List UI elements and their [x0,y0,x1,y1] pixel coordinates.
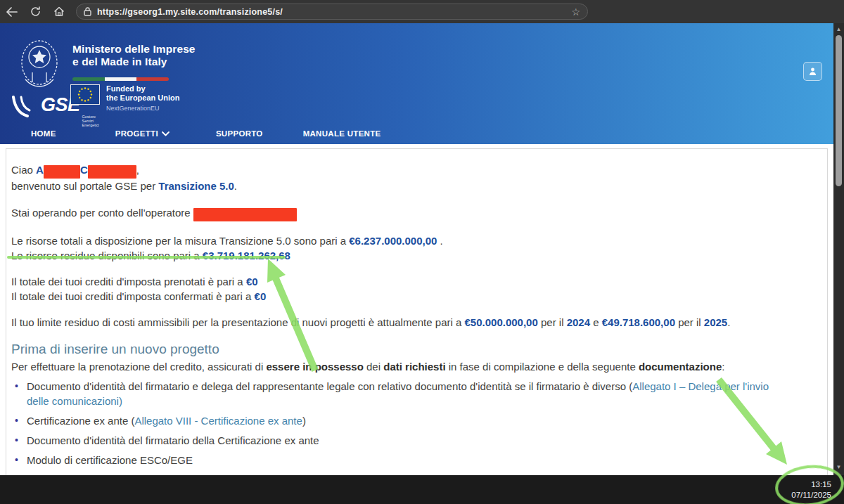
text-segment: e [590,316,602,328]
text-segment: €6.237.000.000,00 [349,235,437,247]
greeting-line: Ciao A C , [11,162,784,179]
italy-flag-bar [72,77,169,81]
lock-icon[interactable] [84,7,91,16]
text-segment: , [136,164,139,176]
inline-link[interactable]: Allegato VIII - Certificazione ex ante [134,415,302,427]
browser-toolbar: https://gseorg1.my.site.com/transizione5… [0,0,844,23]
nextgeneu-text: NextGenerationEU [106,104,180,113]
italy-emblem-logo [15,36,63,96]
page-scrollbar[interactable]: ▲ ▼ [833,23,844,475]
text-segment: 2025 [704,316,727,328]
text-segment: : [722,361,724,373]
home-icon[interactable] [52,5,66,19]
eu-funding-logo: Funded by the European Union NextGenerat… [70,84,180,113]
resources-residual-line: Le risorse residue disponibili sono pari… [11,248,784,263]
text-segment: Modulo di certificazione ESCo/EGE [27,454,193,466]
text-segment: ) [302,415,306,427]
refresh-icon[interactable] [28,5,42,19]
text-segment: per il [538,316,567,328]
url-text[interactable]: https://gseorg1.my.site.com/transizione5… [97,7,565,17]
text-segment: Per effettuare la prenotazione del credi… [11,361,266,373]
redaction-box [193,208,297,221]
text-segment: essere in possesso [266,361,363,373]
text-segment: . [234,180,237,192]
text-segment: €3.719.181.262,68 [203,250,290,261]
text-segment: dati richiesti [383,361,445,373]
text-segment: Stai operando per conto dell'operatore [11,207,193,219]
text-segment: per il [675,316,704,328]
welcome-line: benvenuto sul portale GSE per Transizion… [11,179,784,193]
credits-booked-line: Il totale dei tuoi crediti d'imposta pre… [11,274,784,289]
portal-header: Ministero delle Imprese e del Made in It… [0,23,844,144]
eu-flag-icon [70,84,100,105]
taskbar: 13:15 07/11/2025 [0,475,844,504]
back-icon[interactable] [4,5,18,19]
gse-swoosh-icon [11,96,39,119]
address-bar[interactable]: https://gseorg1.my.site.com/transizione5… [76,4,588,20]
list-item: Certificazione ex ante (Allegato VIII - … [11,413,784,428]
profile-button[interactable] [803,62,822,81]
ministry-title: Ministero delle Imprese e del Made in It… [72,43,196,68]
text-segment: Documento d'identità del firmatario dell… [27,434,319,446]
text-segment: Il totale dei tuoi crediti d'imposta pre… [11,276,246,287]
credits-confirmed-line: Il totale dei tuoi crediti d'imposta con… [11,289,784,304]
text-segment: Le risorse residue disponibili sono pari… [11,250,203,261]
main-content-card: Ciao A C , benvenuto sul portale GSE per… [6,148,828,504]
text-segment: €0 [246,276,258,287]
bookmark-star-icon[interactable]: ☆ [571,7,580,17]
list-item: Documento d'identità del firmatario dell… [11,433,784,448]
text-segment: Documento d'identità del firmatario e de… [27,380,632,392]
text-segment: dei [364,361,383,373]
main-nav: HOME PROGETTI SUPPORTO MANUALE UTENTE [0,123,844,144]
taskbar-clock[interactable]: 13:15 07/11/2025 [791,479,831,500]
text-segment: Transizione 5.0 [158,180,234,192]
nav-item-supporto[interactable]: SUPPORTO [216,129,263,138]
text-segment: . [437,235,442,247]
nav-item-manuale-utente[interactable]: MANUALE UTENTE [303,129,381,138]
scroll-down-icon[interactable]: ▼ [833,463,844,472]
nav-item-home[interactable]: HOME [31,129,56,138]
operator-line: Stai operando per conto dell'operatore [11,205,784,221]
nav-item-progetti[interactable]: PROGETTI [115,129,170,138]
text-segment: . [727,316,730,328]
text-segment: benvenuto sul portale GSE per [11,180,158,192]
resources-total-line: Le risorse totali a disposizione per la … [11,233,784,248]
clock-time: 13:15 [791,479,831,490]
chevron-down-icon [162,131,170,136]
text-segment: €0 [255,290,267,302]
text-segment: Certificazione ex ante ( [27,415,134,427]
user-icon [808,67,817,76]
scrollbar-thumb[interactable] [836,35,842,186]
scroll-up-icon[interactable]: ▲ [833,25,844,34]
text-segment: Ciao [11,164,36,176]
eu-funded-text: Funded by the European Union NextGenerat… [106,84,180,113]
cost-limit-line: Il tuo limite residuo di costi ammissibi… [11,315,784,330]
text-segment: Il totale dei tuoi crediti d'imposta con… [11,290,255,302]
text-segment: C [80,164,88,176]
text-segment: Il tuo limite residuo di costi ammissibi… [11,316,465,328]
document-list: Documento d'identità del firmatario e de… [11,379,784,487]
list-item: Modulo di certificazione ESCo/EGE [11,453,784,467]
text-segment: €50.000.000,00 [465,316,538,328]
text-segment: A [36,164,44,176]
text-segment: 2024 [567,316,590,328]
text-segment: documentazione [639,361,722,373]
clock-date: 07/11/2025 [791,490,831,500]
text-segment: in fase di compilazione e della seguente [446,361,639,373]
section-heading: Prima di inserire un nuovo progetto [11,341,784,358]
list-item: Documento d'identità del firmatario e de… [11,379,784,408]
redaction-box [88,165,136,179]
screen: https://gseorg1.my.site.com/transizione5… [0,0,844,504]
text-segment: €49.718.600,00 [602,316,675,328]
checklist-intro: Per effettuare la prenotazione del credi… [11,359,784,374]
text-segment: Le risorse totali a disposizione per la … [11,235,349,247]
redaction-box [44,165,80,179]
